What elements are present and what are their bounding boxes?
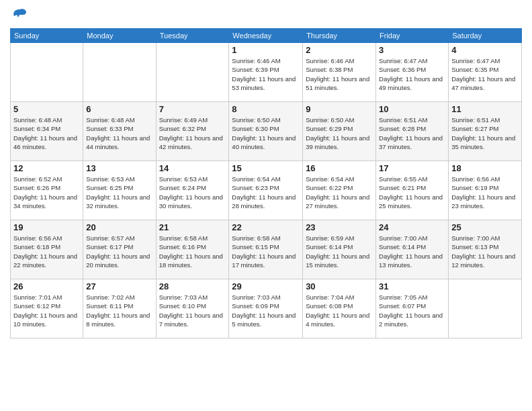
day-number: 27: [86, 281, 152, 291]
day-info: Sunrise: 6:58 AMSunset: 6:16 PMDaylight:…: [159, 234, 226, 269]
weekday-header-tuesday: Tuesday: [156, 29, 229, 43]
day-info: Sunrise: 6:58 AMSunset: 6:15 PMDaylight:…: [232, 234, 300, 269]
calendar-cell: 26Sunrise: 7:01 AMSunset: 6:12 PMDayligh…: [11, 279, 83, 338]
calendar-cell: 22Sunrise: 6:58 AMSunset: 6:15 PMDayligh…: [229, 220, 303, 279]
day-number: 25: [451, 222, 519, 232]
day-number: 18: [451, 163, 519, 173]
day-number: 23: [306, 222, 373, 232]
calendar-cell: 18Sunrise: 6:56 AMSunset: 6:19 PMDayligh…: [449, 161, 522, 220]
day-number: 15: [232, 163, 300, 173]
day-number: 19: [13, 222, 80, 232]
day-info: Sunrise: 6:47 AMSunset: 6:35 PMDaylight:…: [451, 56, 519, 92]
day-info: Sunrise: 6:49 AMSunset: 6:32 PMDaylight:…: [159, 116, 226, 151]
day-number: 26: [13, 281, 80, 291]
calendar-cell: 14Sunrise: 6:53 AMSunset: 6:24 PMDayligh…: [156, 161, 229, 220]
day-info: Sunrise: 7:05 AMSunset: 6:07 PMDaylight:…: [379, 293, 445, 328]
calendar-cell: 8Sunrise: 6:50 AMSunset: 6:30 PMDaylight…: [229, 102, 303, 161]
logo-bird-icon: [11, 7, 28, 23]
calendar-cell: 19Sunrise: 6:56 AMSunset: 6:18 PMDayligh…: [11, 220, 83, 279]
calendar-cell: 21Sunrise: 6:58 AMSunset: 6:16 PMDayligh…: [156, 220, 229, 279]
weekday-header-row: SundayMondayTuesdayWednesdayThursdayFrid…: [11, 29, 522, 43]
calendar-cell: 12Sunrise: 6:52 AMSunset: 6:26 PMDayligh…: [11, 161, 83, 220]
calendar-cell: 7Sunrise: 6:49 AMSunset: 6:32 PMDaylight…: [156, 102, 229, 161]
day-info: Sunrise: 6:50 AMSunset: 6:29 PMDaylight:…: [306, 116, 373, 151]
day-number: 9: [306, 104, 373, 114]
day-info: Sunrise: 6:48 AMSunset: 6:33 PMDaylight:…: [86, 116, 152, 151]
page: SundayMondayTuesdayWednesdayThursdayFrid…: [0, 0, 532, 411]
day-info: Sunrise: 6:56 AMSunset: 6:18 PMDaylight:…: [13, 234, 80, 269]
calendar-cell: 24Sunrise: 7:00 AMSunset: 6:14 PMDayligh…: [376, 220, 449, 279]
calendar-cell: 6Sunrise: 6:48 AMSunset: 6:33 PMDaylight…: [83, 102, 156, 161]
calendar-cell: 4Sunrise: 6:47 AMSunset: 6:35 PMDaylight…: [449, 43, 522, 102]
calendar-cell: 9Sunrise: 6:50 AMSunset: 6:29 PMDaylight…: [303, 102, 376, 161]
day-number: 7: [159, 104, 226, 114]
day-number: 29: [232, 281, 300, 291]
day-info: Sunrise: 6:47 AMSunset: 6:36 PMDaylight:…: [379, 56, 445, 92]
calendar-cell: 16Sunrise: 6:54 AMSunset: 6:22 PMDayligh…: [303, 161, 376, 220]
calendar-cell: 3Sunrise: 6:47 AMSunset: 6:36 PMDaylight…: [376, 43, 449, 102]
day-info: Sunrise: 6:46 AMSunset: 6:38 PMDaylight:…: [306, 56, 373, 92]
day-info: Sunrise: 7:00 AMSunset: 6:13 PMDaylight:…: [451, 234, 519, 269]
day-number: 3: [379, 45, 445, 55]
day-number: 20: [86, 222, 152, 232]
calendar-cell: 1Sunrise: 6:46 AMSunset: 6:39 PMDaylight…: [229, 43, 303, 102]
calendar-cell: 27Sunrise: 7:02 AMSunset: 6:11 PMDayligh…: [83, 279, 156, 338]
day-info: Sunrise: 6:51 AMSunset: 6:27 PMDaylight:…: [451, 116, 519, 151]
day-info: Sunrise: 6:53 AMSunset: 6:25 PMDaylight:…: [86, 175, 152, 210]
calendar-cell: 10Sunrise: 6:51 AMSunset: 6:28 PMDayligh…: [376, 102, 449, 161]
day-info: Sunrise: 6:50 AMSunset: 6:30 PMDaylight:…: [232, 116, 300, 151]
day-info: Sunrise: 6:54 AMSunset: 6:23 PMDaylight:…: [232, 175, 300, 210]
day-number: 12: [13, 163, 80, 173]
day-number: 8: [232, 104, 300, 114]
weekday-header-thursday: Thursday: [303, 29, 376, 43]
day-number: 22: [232, 222, 300, 232]
day-info: Sunrise: 6:51 AMSunset: 6:28 PMDaylight:…: [379, 116, 445, 151]
day-number: 13: [86, 163, 152, 173]
day-info: Sunrise: 6:52 AMSunset: 6:26 PMDaylight:…: [13, 175, 80, 210]
calendar-week-4: 19Sunrise: 6:56 AMSunset: 6:18 PMDayligh…: [11, 220, 522, 279]
day-info: Sunrise: 6:56 AMSunset: 6:19 PMDaylight:…: [451, 175, 519, 210]
weekday-header-monday: Monday: [83, 29, 156, 43]
day-number: 10: [379, 104, 445, 114]
calendar-cell: 30Sunrise: 7:04 AMSunset: 6:08 PMDayligh…: [303, 279, 376, 338]
day-number: 17: [379, 163, 445, 173]
day-info: Sunrise: 7:04 AMSunset: 6:08 PMDaylight:…: [306, 293, 373, 328]
calendar-cell: 11Sunrise: 6:51 AMSunset: 6:27 PMDayligh…: [449, 102, 522, 161]
calendar-table: SundayMondayTuesdayWednesdayThursdayFrid…: [10, 28, 522, 338]
calendar-cell: 2Sunrise: 6:46 AMSunset: 6:38 PMDaylight…: [303, 43, 376, 102]
weekday-header-friday: Friday: [376, 29, 449, 43]
day-number: 24: [379, 222, 445, 232]
day-number: 5: [13, 104, 80, 114]
calendar-cell: 28Sunrise: 7:03 AMSunset: 6:10 PMDayligh…: [156, 279, 229, 338]
calendar-cell: 31Sunrise: 7:05 AMSunset: 6:07 PMDayligh…: [376, 279, 449, 338]
day-info: Sunrise: 7:03 AMSunset: 6:10 PMDaylight:…: [159, 293, 226, 328]
weekday-header-saturday: Saturday: [449, 29, 522, 43]
calendar-week-1: 1Sunrise: 6:46 AMSunset: 6:39 PMDaylight…: [11, 43, 522, 102]
day-number: 30: [306, 281, 373, 291]
day-info: Sunrise: 6:46 AMSunset: 6:39 PMDaylight:…: [232, 56, 300, 92]
calendar-week-3: 12Sunrise: 6:52 AMSunset: 6:26 PMDayligh…: [11, 161, 522, 220]
day-info: Sunrise: 6:54 AMSunset: 6:22 PMDaylight:…: [306, 175, 373, 210]
calendar-cell: [11, 43, 83, 102]
logo: [10, 7, 28, 23]
day-info: Sunrise: 7:00 AMSunset: 6:14 PMDaylight:…: [379, 234, 445, 269]
day-number: 14: [159, 163, 226, 173]
calendar-cell: 25Sunrise: 7:00 AMSunset: 6:13 PMDayligh…: [449, 220, 522, 279]
calendar-cell: 5Sunrise: 6:48 AMSunset: 6:34 PMDaylight…: [11, 102, 83, 161]
day-info: Sunrise: 6:59 AMSunset: 6:14 PMDaylight:…: [306, 234, 373, 269]
day-number: 4: [451, 45, 519, 55]
day-number: 28: [159, 281, 226, 291]
day-info: Sunrise: 7:02 AMSunset: 6:11 PMDaylight:…: [86, 293, 152, 328]
day-number: 21: [159, 222, 226, 232]
day-info: Sunrise: 6:48 AMSunset: 6:34 PMDaylight:…: [13, 116, 80, 151]
calendar-cell: 29Sunrise: 7:03 AMSunset: 6:09 PMDayligh…: [229, 279, 303, 338]
calendar-cell: [156, 43, 229, 102]
day-number: 2: [306, 45, 373, 55]
day-number: 31: [379, 281, 445, 291]
calendar-cell: 20Sunrise: 6:57 AMSunset: 6:17 PMDayligh…: [83, 220, 156, 279]
day-number: 1: [232, 45, 300, 55]
calendar-week-5: 26Sunrise: 7:01 AMSunset: 6:12 PMDayligh…: [11, 279, 522, 338]
calendar-cell: [83, 43, 156, 102]
day-number: 16: [306, 163, 373, 173]
day-info: Sunrise: 6:53 AMSunset: 6:24 PMDaylight:…: [159, 175, 226, 210]
